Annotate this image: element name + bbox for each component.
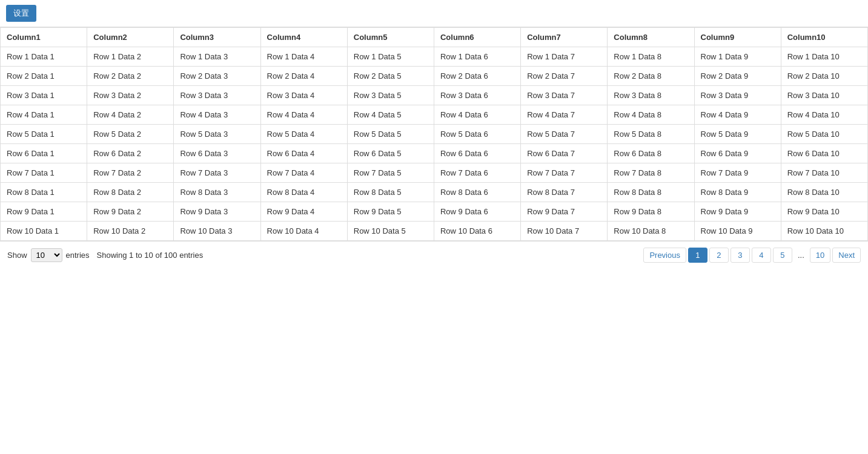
cell-r1-c3: Row 1 Data 3: [174, 47, 260, 67]
cell-r7-c6: Row 7 Data 6: [434, 163, 520, 183]
cell-r9-c10: Row 9 Data 10: [781, 202, 867, 222]
cell-r6-c10: Row 6 Data 10: [781, 144, 867, 163]
cell-r5-c3: Row 5 Data 3: [174, 125, 260, 144]
cell-r10-c3: Row 10 Data 3: [174, 222, 260, 241]
pagination-page-last[interactable]: 10: [810, 248, 830, 263]
cell-r6-c8: Row 6 Data 8: [608, 144, 694, 163]
table-header: Column1Column2Column3Column4Column5Colum…: [1, 28, 868, 47]
cell-r4-c3: Row 4 Data 3: [174, 105, 260, 125]
cell-r6-c4: Row 6 Data 4: [260, 144, 347, 163]
cell-r9-c3: Row 9 Data 3: [174, 202, 260, 222]
cell-r8-c2: Row 8 Data 2: [87, 183, 174, 202]
cell-r7-c1: Row 7 Data 1: [1, 163, 87, 183]
cell-r5-c1: Row 5 Data 1: [1, 125, 87, 144]
cell-r3-c6: Row 3 Data 6: [434, 86, 520, 105]
header-row: Column1Column2Column3Column4Column5Colum…: [1, 28, 868, 47]
cell-r1-c6: Row 1 Data 6: [434, 47, 520, 67]
cell-r3-c2: Row 3 Data 2: [87, 86, 174, 105]
header-col-10: Column10: [781, 28, 867, 47]
cell-r5-c7: Row 5 Data 7: [521, 125, 608, 144]
cell-r3-c9: Row 3 Data 9: [694, 86, 781, 105]
cell-r5-c10: Row 5 Data 10: [781, 125, 867, 144]
cell-r6-c1: Row 6 Data 1: [1, 144, 87, 163]
cell-r1-c4: Row 1 Data 4: [260, 47, 347, 67]
cell-r4-c2: Row 4 Data 2: [87, 105, 174, 125]
settings-button[interactable]: 设置: [6, 5, 36, 22]
table-wrapper: Column1Column2Column3Column4Column5Colum…: [0, 27, 868, 241]
cell-r9-c1: Row 9 Data 1: [1, 202, 87, 222]
pagination-page-5[interactable]: 5: [773, 248, 792, 263]
cell-r4-c7: Row 4 Data 7: [521, 105, 608, 125]
cell-r7-c9: Row 7 Data 9: [694, 163, 781, 183]
cell-r10-c10: Row 10 Data 10: [781, 222, 867, 241]
cell-r3-c4: Row 3 Data 4: [260, 86, 347, 105]
cell-r5-c2: Row 5 Data 2: [87, 125, 174, 144]
cell-r4-c9: Row 4 Data 9: [694, 105, 781, 125]
cell-r2-c5: Row 2 Data 5: [347, 67, 434, 86]
cell-r8-c3: Row 8 Data 3: [174, 183, 260, 202]
pagination-previous[interactable]: Previous: [643, 248, 686, 263]
top-bar: 设置: [0, 0, 868, 27]
entries-label: entries: [66, 251, 90, 260]
cell-r5-c8: Row 5 Data 8: [608, 125, 694, 144]
cell-r10-c8: Row 10 Data 8: [608, 222, 694, 241]
table-row: Row 8 Data 1Row 8 Data 2Row 8 Data 3Row …: [1, 183, 868, 202]
cell-r10-c5: Row 10 Data 5: [347, 222, 434, 241]
cell-r10-c9: Row 10 Data 9: [694, 222, 781, 241]
cell-r7-c7: Row 7 Data 7: [521, 163, 608, 183]
cell-r8-c1: Row 8 Data 1: [1, 183, 87, 202]
pagination-page-4[interactable]: 4: [752, 248, 771, 263]
cell-r7-c3: Row 7 Data 3: [174, 163, 260, 183]
cell-r1-c10: Row 1 Data 10: [781, 47, 867, 67]
cell-r7-c4: Row 7 Data 4: [260, 163, 347, 183]
table-row: Row 1 Data 1Row 1 Data 2Row 1 Data 3Row …: [1, 47, 868, 67]
pagination: Previous12345...10Next: [643, 248, 861, 263]
table-row: Row 7 Data 1Row 7 Data 2Row 7 Data 3Row …: [1, 163, 868, 183]
cell-r4-c8: Row 4 Data 8: [608, 105, 694, 125]
cell-r8-c10: Row 8 Data 10: [781, 183, 867, 202]
cell-r2-c10: Row 2 Data 10: [781, 67, 867, 86]
data-table: Column1Column2Column3Column4Column5Colum…: [0, 27, 868, 241]
cell-r3-c8: Row 3 Data 8: [608, 86, 694, 105]
cell-r8-c4: Row 8 Data 4: [260, 183, 347, 202]
cell-r9-c9: Row 9 Data 9: [694, 202, 781, 222]
cell-r8-c5: Row 8 Data 5: [347, 183, 434, 202]
cell-r9-c2: Row 9 Data 2: [87, 202, 174, 222]
cell-r3-c5: Row 3 Data 5: [347, 86, 434, 105]
entries-select[interactable]: 102550100: [31, 248, 62, 262]
cell-r1-c9: Row 1 Data 9: [694, 47, 781, 67]
pagination-ellipsis: ...: [794, 248, 808, 262]
table-body: Row 1 Data 1Row 1 Data 2Row 1 Data 3Row …: [1, 47, 868, 241]
pagination-next[interactable]: Next: [832, 248, 861, 263]
header-col-9: Column9: [694, 28, 781, 47]
cell-r5-c6: Row 5 Data 6: [434, 125, 520, 144]
table-row: Row 3 Data 1Row 3 Data 2Row 3 Data 3Row …: [1, 86, 868, 105]
cell-r4-c6: Row 4 Data 6: [434, 105, 520, 125]
cell-r9-c8: Row 9 Data 8: [608, 202, 694, 222]
cell-r6-c2: Row 6 Data 2: [87, 144, 174, 163]
cell-r10-c4: Row 10 Data 4: [260, 222, 347, 241]
table-row: Row 6 Data 1Row 6 Data 2Row 6 Data 3Row …: [1, 144, 868, 163]
cell-r10-c2: Row 10 Data 2: [87, 222, 174, 241]
cell-r5-c4: Row 5 Data 4: [260, 125, 347, 144]
header-col-5: Column5: [347, 28, 434, 47]
header-col-8: Column8: [608, 28, 694, 47]
cell-r9-c4: Row 9 Data 4: [260, 202, 347, 222]
cell-r10-c7: Row 10 Data 7: [521, 222, 608, 241]
cell-r10-c1: Row 10 Data 1: [1, 222, 87, 241]
pagination-page-3[interactable]: 3: [731, 248, 750, 263]
cell-r10-c6: Row 10 Data 6: [434, 222, 520, 241]
cell-r3-c10: Row 3 Data 10: [781, 86, 867, 105]
cell-r6-c6: Row 6 Data 6: [434, 144, 520, 163]
cell-r4-c4: Row 4 Data 4: [260, 105, 347, 125]
cell-r3-c1: Row 3 Data 1: [1, 86, 87, 105]
pagination-page-1[interactable]: 1: [688, 248, 707, 263]
cell-r6-c5: Row 6 Data 5: [347, 144, 434, 163]
header-col-6: Column6: [434, 28, 520, 47]
header-col-3: Column3: [174, 28, 260, 47]
table-row: Row 5 Data 1Row 5 Data 2Row 5 Data 3Row …: [1, 125, 868, 144]
cell-r7-c5: Row 7 Data 5: [347, 163, 434, 183]
cell-r6-c9: Row 6 Data 9: [694, 144, 781, 163]
cell-r2-c6: Row 2 Data 6: [434, 67, 520, 86]
pagination-page-2[interactable]: 2: [709, 248, 729, 263]
